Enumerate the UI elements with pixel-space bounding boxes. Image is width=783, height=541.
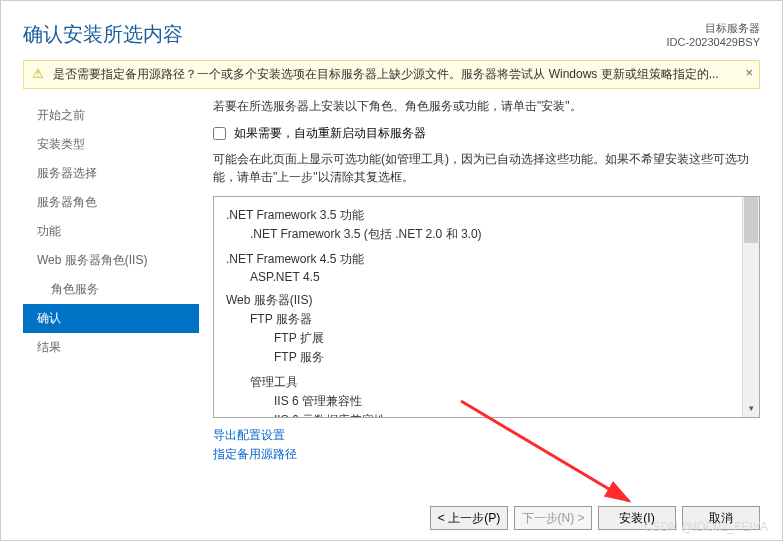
feature-item: Web 服务器(IIS) bbox=[226, 292, 747, 309]
scrollbar[interactable]: ▾ bbox=[742, 197, 759, 417]
feature-item: .NET Framework 3.5 (包括 .NET 2.0 和 3.0) bbox=[226, 226, 747, 243]
note-text: 可能会在此页面上显示可选功能(如管理工具)，因为已自动选择这些功能。如果不希望安… bbox=[213, 150, 760, 186]
warning-icon: ⚠ bbox=[32, 66, 44, 81]
main-panel: 若要在所选服务器上安装以下角色、角色服务或功能，请单击"安装"。 如果需要，自动… bbox=[199, 97, 760, 497]
links-block: 导出配置设置 指定备用源路径 bbox=[213, 418, 760, 464]
target-server-block: 目标服务器 IDC-20230429BSY bbox=[666, 21, 760, 48]
scrollbar-down-arrow[interactable]: ▾ bbox=[743, 400, 759, 417]
warning-text: 是否需要指定备用源路径？一个或多个安装选项在目标服务器上缺少源文件。服务器将尝试… bbox=[53, 67, 718, 81]
sidebar-item-confirm[interactable]: 确认 bbox=[23, 304, 199, 333]
target-server-name: IDC-20230429BSY bbox=[666, 36, 760, 48]
feature-list: .NET Framework 3.5 功能.NET Framework 3.5 … bbox=[214, 197, 759, 417]
sidebar-item-before-begin[interactable]: 开始之前 bbox=[23, 101, 199, 130]
auto-restart-row[interactable]: 如果需要，自动重新启动目标服务器 bbox=[213, 125, 760, 142]
alternate-source-link[interactable]: 指定备用源路径 bbox=[213, 445, 760, 464]
target-label: 目标服务器 bbox=[666, 21, 760, 36]
sidebar-item-iis-role[interactable]: Web 服务器角色(IIS) bbox=[23, 246, 199, 275]
footer-buttons: < 上一步(P) 下一步(N) > 安装(I) 取消 bbox=[430, 506, 760, 530]
next-button: 下一步(N) > bbox=[514, 506, 592, 530]
feature-item: IIS 6 管理兼容性 bbox=[226, 393, 747, 410]
feature-item: 管理工具 bbox=[226, 374, 747, 391]
instruction-text: 若要在所选服务器上安装以下角色、角色服务或功能，请单击"安装"。 bbox=[213, 97, 760, 115]
prev-button[interactable]: < 上一步(P) bbox=[430, 506, 508, 530]
wizard-sidebar: 开始之前 安装类型 服务器选择 服务器角色 功能 Web 服务器角色(IIS) … bbox=[23, 97, 199, 497]
feature-list-box: .NET Framework 3.5 功能.NET Framework 3.5 … bbox=[213, 196, 760, 418]
sidebar-item-role-services[interactable]: 角色服务 bbox=[23, 275, 199, 304]
feature-item: FTP 服务 bbox=[226, 349, 747, 366]
export-config-link[interactable]: 导出配置设置 bbox=[213, 426, 760, 445]
sidebar-item-server-select[interactable]: 服务器选择 bbox=[23, 159, 199, 188]
feature-item: FTP 服务器 bbox=[226, 311, 747, 328]
scrollbar-thumb[interactable] bbox=[744, 197, 758, 243]
feature-item: IIS 6 元数据库兼容性 bbox=[226, 412, 747, 417]
warning-close-button[interactable]: × bbox=[745, 65, 753, 80]
sidebar-item-results[interactable]: 结果 bbox=[23, 333, 199, 362]
warning-bar: ⚠ 是否需要指定备用源路径？一个或多个安装选项在目标服务器上缺少源文件。服务器将… bbox=[23, 60, 760, 89]
feature-item: .NET Framework 3.5 功能 bbox=[226, 207, 747, 224]
page-title: 确认安装所选内容 bbox=[23, 21, 183, 48]
feature-item: ASP.NET 4.5 bbox=[226, 270, 747, 284]
feature-item: .NET Framework 4.5 功能 bbox=[226, 251, 747, 268]
auto-restart-checkbox[interactable] bbox=[213, 127, 226, 140]
feature-item: FTP 扩展 bbox=[226, 330, 747, 347]
install-button[interactable]: 安装(I) bbox=[598, 506, 676, 530]
sidebar-item-install-type[interactable]: 安装类型 bbox=[23, 130, 199, 159]
cancel-button[interactable]: 取消 bbox=[682, 506, 760, 530]
auto-restart-label: 如果需要，自动重新启动目标服务器 bbox=[234, 125, 426, 142]
sidebar-item-server-roles[interactable]: 服务器角色 bbox=[23, 188, 199, 217]
sidebar-item-features[interactable]: 功能 bbox=[23, 217, 199, 246]
